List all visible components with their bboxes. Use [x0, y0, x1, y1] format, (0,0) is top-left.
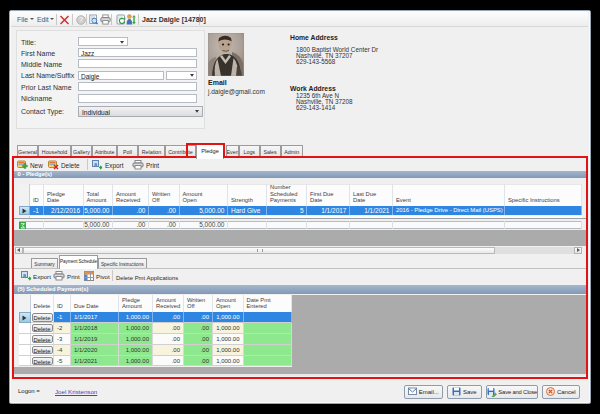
svg-text:?: ? — [79, 16, 83, 23]
